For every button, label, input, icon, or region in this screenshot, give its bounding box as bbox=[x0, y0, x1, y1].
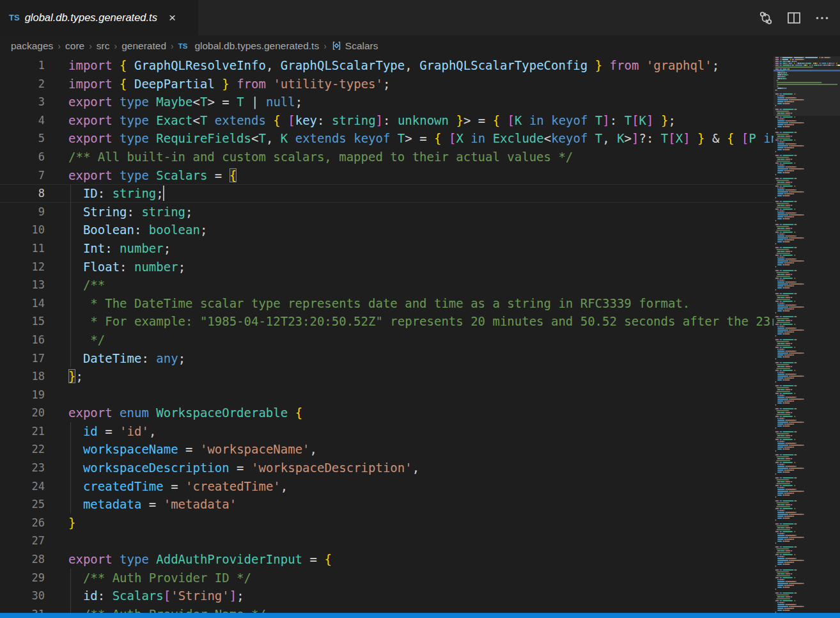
code-line[interactable]: 21 id = 'id', bbox=[0, 422, 774, 441]
indent-guide bbox=[70, 203, 71, 221]
ts-file-icon: TS bbox=[178, 42, 188, 50]
code-text: }; bbox=[68, 367, 83, 386]
minimap[interactable] bbox=[774, 56, 840, 613]
code-line[interactable]: 7export type Scalars = { bbox=[0, 166, 774, 185]
code-text: createdTime = 'createdTime', bbox=[68, 477, 288, 496]
code-line[interactable]: 5export type RequireFields<T, K extends … bbox=[0, 129, 774, 148]
line-number[interactable]: 1 bbox=[0, 56, 45, 75]
line-number[interactable]: 11 bbox=[0, 239, 45, 258]
code-line[interactable]: 20export enum WorkspaceOrderable { bbox=[0, 404, 774, 422]
line-number[interactable]: 31 bbox=[0, 605, 45, 613]
indent-guide bbox=[70, 477, 71, 496]
code-text: * For example: "1985-04-12T23:20:50.52Z"… bbox=[68, 312, 774, 331]
line-number[interactable]: 23 bbox=[0, 459, 45, 477]
code-line[interactable]: 31 /** Auth Provider Name */ bbox=[0, 605, 774, 613]
breadcrumb-item-symbol[interactable]: Scalars bbox=[331, 40, 378, 52]
code-line[interactable]: 3export type Maybe<T> = T | null; bbox=[0, 93, 774, 111]
line-number[interactable]: 15 bbox=[0, 312, 45, 331]
code-line[interactable]: 27 bbox=[0, 532, 774, 550]
line-number[interactable]: 5 bbox=[0, 129, 45, 148]
breadcrumb-item-generated[interactable]: generated bbox=[121, 40, 166, 52]
code-line[interactable]: 23 workspaceDescription = 'workspaceDesc… bbox=[0, 459, 774, 477]
breadcrumb-item-core[interactable]: core bbox=[65, 40, 84, 52]
code-line[interactable]: 6/** All built-in and custom scalars, ma… bbox=[0, 148, 774, 166]
code-line[interactable]: 26} bbox=[0, 514, 774, 532]
code-line[interactable]: 1import { GraphQLResolveInfo, GraphQLSca… bbox=[0, 56, 774, 75]
line-number[interactable]: 3 bbox=[0, 93, 45, 111]
line-number[interactable]: 28 bbox=[0, 550, 45, 569]
tab-bar: TS global.db.types.generated.ts × bbox=[0, 0, 840, 35]
code-line[interactable]: 17 DateTime: any; bbox=[0, 349, 774, 368]
line-number[interactable]: 9 bbox=[0, 203, 45, 221]
code-text: Boolean: boolean; bbox=[68, 221, 207, 239]
code-line[interactable]: 29 /** Auth Provider ID */ bbox=[0, 569, 774, 587]
breadcrumb-item-file[interactable]: TSglobal.db.types.generated.ts bbox=[178, 40, 319, 52]
chevron-right-icon: › bbox=[89, 41, 92, 51]
line-number[interactable]: 14 bbox=[0, 294, 45, 313]
code-line[interactable]: 10 Boolean: boolean; bbox=[0, 221, 774, 239]
code-editor[interactable]: 1import { GraphQLResolveInfo, GraphQLSca… bbox=[0, 56, 774, 613]
line-number[interactable]: 12 bbox=[0, 258, 45, 276]
code-line[interactable]: 16 */ bbox=[0, 331, 774, 349]
code-text: import { GraphQLResolveInfo, GraphQLScal… bbox=[68, 56, 719, 75]
code-line[interactable]: 15 * For example: "1985-04-12T23:20:50.5… bbox=[0, 312, 774, 331]
code-text: Int: number; bbox=[68, 239, 171, 258]
code-line[interactable]: 30 id: Scalars['String']; bbox=[0, 587, 774, 605]
indent-guide bbox=[70, 184, 71, 203]
chevron-right-icon: › bbox=[323, 41, 327, 51]
editor-tab[interactable]: TS global.db.types.generated.ts × bbox=[0, 0, 198, 35]
breadcrumb: packages›core›src›generated›TSglobal.db.… bbox=[0, 35, 840, 56]
code-text: /** All built-in and custom scalars, map… bbox=[68, 148, 573, 166]
more-actions-icon[interactable] bbox=[814, 10, 830, 26]
line-number[interactable]: 26 bbox=[0, 514, 45, 532]
editor-actions bbox=[758, 0, 840, 35]
close-icon[interactable]: × bbox=[166, 11, 178, 24]
line-number[interactable]: 17 bbox=[0, 349, 45, 368]
line-number[interactable]: 6 bbox=[0, 148, 45, 166]
code-line[interactable]: 22 workspaceName = 'workspaceName', bbox=[0, 440, 774, 459]
line-number[interactable]: 30 bbox=[0, 587, 45, 605]
line-number[interactable]: 8 bbox=[0, 184, 45, 203]
code-line[interactable]: 18}; bbox=[0, 367, 774, 386]
code-line[interactable]: 14 * The DateTime scalar type represents… bbox=[0, 294, 774, 313]
code-line[interactable]: 4export type Exact<T extends { [key: str… bbox=[0, 111, 774, 130]
breadcrumb-item-packages[interactable]: packages bbox=[11, 40, 53, 52]
code-line[interactable]: 28export type AddAuthProviderInput = { bbox=[0, 550, 774, 569]
symbol-type-icon bbox=[331, 40, 342, 51]
code-line[interactable]: 9 String: string; bbox=[0, 203, 774, 221]
code-line[interactable]: 12 Float: number; bbox=[0, 258, 774, 276]
indent-guide bbox=[70, 459, 71, 477]
line-number[interactable]: 20 bbox=[0, 404, 45, 422]
line-number[interactable]: 10 bbox=[0, 221, 45, 239]
line-number[interactable]: 13 bbox=[0, 276, 45, 294]
minimap-canvas bbox=[774, 56, 840, 613]
line-number[interactable]: 27 bbox=[0, 532, 45, 550]
code-line[interactable]: 8 ID: string; bbox=[0, 184, 774, 203]
line-number[interactable]: 22 bbox=[0, 440, 45, 459]
line-number[interactable]: 19 bbox=[0, 386, 45, 404]
line-number[interactable]: 7 bbox=[0, 166, 45, 185]
line-number[interactable]: 4 bbox=[0, 111, 45, 130]
line-number[interactable]: 21 bbox=[0, 422, 45, 441]
code-text: } bbox=[68, 514, 75, 532]
breadcrumb-item-src[interactable]: src bbox=[97, 40, 110, 52]
chevron-right-icon: › bbox=[58, 41, 61, 51]
line-number[interactable]: 25 bbox=[0, 495, 45, 514]
indent-guide bbox=[70, 569, 71, 587]
line-number[interactable]: 29 bbox=[0, 569, 45, 587]
code-line[interactable]: 19 bbox=[0, 386, 774, 404]
code-line[interactable]: 24 createdTime = 'createdTime', bbox=[0, 477, 774, 496]
line-number[interactable]: 24 bbox=[0, 477, 45, 496]
tab-title: global.db.types.generated.ts bbox=[25, 12, 157, 24]
split-editor-icon[interactable] bbox=[786, 10, 802, 26]
code-line[interactable]: 2import { DeepPartial } from 'utility-ty… bbox=[0, 75, 774, 93]
code-line[interactable]: 13 /** bbox=[0, 276, 774, 294]
indent-guide bbox=[70, 495, 71, 514]
code-line[interactable]: 25 metadata = 'metadata' bbox=[0, 495, 774, 514]
line-number[interactable]: 2 bbox=[0, 75, 45, 93]
code-text: import { DeepPartial } from 'utility-typ… bbox=[68, 75, 390, 93]
code-line[interactable]: 11 Int: number; bbox=[0, 239, 774, 258]
open-changes-icon[interactable] bbox=[758, 10, 774, 26]
line-number[interactable]: 18 bbox=[0, 367, 45, 386]
line-number[interactable]: 16 bbox=[0, 331, 45, 349]
